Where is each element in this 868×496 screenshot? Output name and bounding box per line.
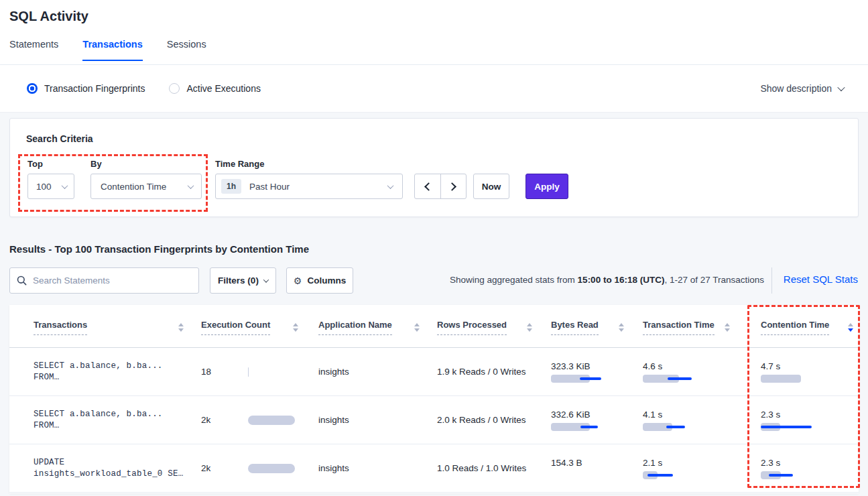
by-field-label: By xyxy=(90,159,102,169)
transaction-time-value: 4.6 s xyxy=(643,361,662,371)
execution-count-bar xyxy=(248,464,295,473)
bytes-read-bar xyxy=(551,423,602,431)
tab-transactions[interactable]: Transactions xyxy=(82,39,142,61)
show-description-label: Show description xyxy=(760,83,832,94)
contention-time-cell: 2.3 s xyxy=(747,396,859,444)
time-range-value: Past Hour xyxy=(249,182,290,192)
chevron-down-icon xyxy=(837,84,845,91)
search-icon xyxy=(17,275,27,286)
search-criteria-heading: Search Criteria xyxy=(26,133,93,144)
rows-processed-value: 2.0 k Reads / 0 Writes xyxy=(437,415,526,425)
rows-processed-cell: 2.0 k Reads / 0 Writes xyxy=(437,396,550,444)
transaction-time-cell: 4.1 s xyxy=(641,396,747,444)
query-line-2: FROM… xyxy=(34,421,60,430)
query-line-1: SELECT a.balance, b.ba... xyxy=(34,361,163,371)
rows-processed-cell: 1.0 Reads / 1.0 Writes xyxy=(437,444,550,492)
by-select[interactable]: Contention Time xyxy=(90,174,202,199)
application-name-cell: insights xyxy=(316,396,437,444)
search-statements-box xyxy=(9,267,199,294)
column-header-contention-time[interactable]: Contention Time xyxy=(747,305,859,347)
columns-button-label: Columns xyxy=(307,275,346,286)
search-criteria-card: Search Criteria Top 100 By Contention Ti… xyxy=(9,118,859,217)
top-select[interactable]: 100 xyxy=(27,174,74,199)
tab-sessions[interactable]: Sessions xyxy=(167,39,206,61)
now-button[interactable]: Now xyxy=(473,174,509,199)
column-header-rows-processed[interactable]: Rows Processed xyxy=(437,305,550,347)
apply-button[interactable]: Apply xyxy=(525,174,568,199)
transaction-fingerprint-link[interactable]: UPDATE insights_workload_table_0 SE… xyxy=(9,444,201,492)
sort-icon-active-desc xyxy=(848,323,853,332)
reset-sql-stats-link[interactable]: Reset SQL Stats xyxy=(784,273,858,285)
time-nav-group xyxy=(414,174,467,199)
sort-icon xyxy=(414,323,420,332)
contention-time-value: 2.3 s xyxy=(761,410,780,420)
tab-statements[interactable]: Statements xyxy=(9,39,58,61)
transaction-time-bar xyxy=(643,423,694,431)
contention-time-cell: 2.3 s xyxy=(747,444,859,492)
transaction-fingerprint-link[interactable]: SELECT a.balance, b.ba... FROM… xyxy=(9,348,201,395)
columns-button[interactable]: ⚙ Columns xyxy=(286,267,353,294)
bytes-read-value: 332.6 KiB xyxy=(551,410,591,420)
query-line-1: SELECT a.balance, b.ba... xyxy=(34,410,163,419)
transaction-time-bar xyxy=(643,375,694,383)
bytes-read-value: 323.3 KiB xyxy=(551,361,591,371)
query-line-2: FROM… xyxy=(34,373,60,382)
time-range-label: Time Range xyxy=(215,159,264,169)
application-name-cell: insights xyxy=(316,348,437,395)
radio-transaction-fingerprints[interactable]: Transaction Fingerprints xyxy=(27,83,145,94)
bytes-read-cell: 323.3 KiB xyxy=(550,348,641,395)
bytes-read-bar xyxy=(551,471,602,479)
transaction-time-cell: 4.6 s xyxy=(641,348,747,395)
rows-processed-value: 1.0 Reads / 1.0 Writes xyxy=(437,463,526,473)
prev-time-button[interactable] xyxy=(415,174,440,198)
column-header-bytes-read[interactable]: Bytes Read xyxy=(550,305,641,347)
transaction-fingerprint-link[interactable]: SELECT a.balance, b.ba... FROM… xyxy=(9,396,201,444)
top-field-label: Top xyxy=(27,159,43,169)
column-header-execution-count[interactable]: Execution Count xyxy=(201,305,316,347)
sort-icon xyxy=(527,323,532,332)
transaction-time-value: 2.1 s xyxy=(643,458,662,468)
sort-icon xyxy=(725,323,730,332)
chevron-right-icon xyxy=(448,182,456,191)
table-header-row: Transactions Execution Count Application… xyxy=(9,305,859,348)
radio-selected-icon xyxy=(27,83,38,94)
execution-count-value: 2k xyxy=(201,415,248,425)
contention-time-value: 2.3 s xyxy=(761,458,780,468)
sort-icon xyxy=(178,323,184,332)
show-description-toggle[interactable]: Show description xyxy=(760,83,844,94)
table-row: SELECT a.balance, b.ba... FROM… 18 insig… xyxy=(9,348,859,396)
top-select-value: 100 xyxy=(36,182,52,192)
toolbar-divider xyxy=(771,267,772,294)
chevron-down-icon xyxy=(188,182,194,189)
transaction-time-cell: 2.1 s xyxy=(641,444,747,492)
page-header: SQL Activity Statements Transactions Ses… xyxy=(0,0,868,65)
radio-active-executions[interactable]: Active Executions xyxy=(169,83,261,94)
column-header-transactions[interactable]: Transactions xyxy=(9,305,201,347)
table-row: UPDATE insights_workload_table_0 SE… 2k … xyxy=(9,444,859,493)
bytes-read-bar xyxy=(551,375,602,383)
gear-icon: ⚙ xyxy=(294,275,302,286)
aggregated-stats-text: Showing aggregated stats from 15:00 to 1… xyxy=(450,275,764,285)
transaction-time-bar xyxy=(643,471,694,479)
page-title: SQL Activity xyxy=(9,9,88,24)
application-name-value: insights xyxy=(318,367,349,377)
time-range-select[interactable]: 1h Past Hour xyxy=(215,174,403,199)
time-range-badge: 1h xyxy=(221,179,241,194)
execution-count-value: 18 xyxy=(201,367,248,377)
stats-time-range: 15:00 to 16:18 (UTC) xyxy=(578,275,665,285)
radio-unselected-icon xyxy=(169,83,180,94)
filters-button[interactable]: Filters (0) xyxy=(210,267,276,294)
search-statements-input[interactable] xyxy=(33,275,192,286)
application-name-value: insights xyxy=(318,415,349,425)
column-header-transaction-time[interactable]: Transaction Time xyxy=(641,305,747,347)
next-time-button[interactable] xyxy=(440,174,466,198)
sort-icon xyxy=(293,323,298,332)
contention-time-cell: 4.7 s xyxy=(747,348,859,395)
tab-bar: Statements Transactions Sessions xyxy=(9,39,868,61)
table-body: SELECT a.balance, b.ba... FROM… 18 insig… xyxy=(9,348,859,493)
execution-count-cell: 2k xyxy=(201,396,316,444)
query-line-2: insights_workload_table_0 SE… xyxy=(34,469,183,479)
column-header-application-name[interactable]: Application Name xyxy=(316,305,437,347)
radio-label: Transaction Fingerprints xyxy=(44,83,145,94)
sort-icon xyxy=(619,323,624,332)
